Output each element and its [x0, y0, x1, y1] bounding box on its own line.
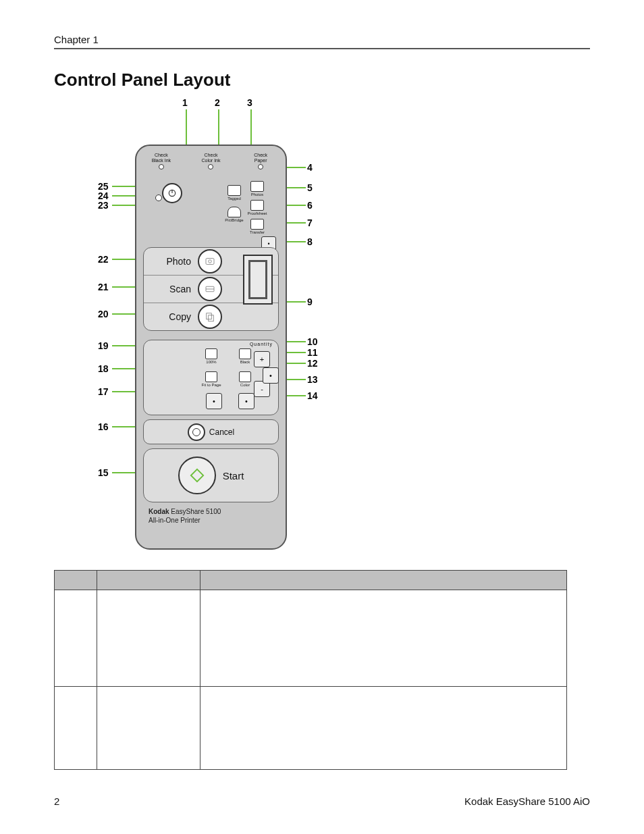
callout-22: 22	[98, 254, 109, 265]
cancel-button[interactable]	[188, 423, 205, 441]
start-row: Start	[143, 448, 279, 502]
size-100-label: 100%	[198, 360, 225, 364]
page-footer: 2 Kodak EasyShare 5100 AiO	[54, 796, 590, 807]
color-ink-led-icon	[208, 164, 213, 170]
quantity-header: Quantity	[250, 342, 273, 346]
proofsheet-label: Proofsheet	[237, 211, 277, 215]
power-icon	[167, 188, 177, 198]
color-toggle-button[interactable]: •	[238, 393, 254, 409]
control-panel-diagram: 1 2 3 4 5 6 7 8 9 10 11 12 13 14 25 24 2…	[47, 97, 317, 563]
table-cell	[97, 687, 200, 770]
brand-name: Kodak	[149, 508, 169, 515]
callout-6: 6	[307, 200, 313, 211]
copy-button[interactable]	[198, 305, 222, 329]
callout-21: 21	[98, 282, 109, 292]
feature-table	[54, 570, 567, 770]
power-button[interactable]	[162, 183, 182, 203]
callout-5: 5	[307, 182, 313, 193]
photo-mode-icon	[204, 255, 216, 267]
transfer-indicator: Transfer	[237, 219, 277, 234]
callout-15: 15	[98, 467, 109, 478]
callout-1: 1	[182, 97, 188, 108]
callout-17: 17	[98, 386, 109, 397]
table-header-row	[55, 571, 567, 590]
start-label: Start	[223, 470, 244, 481]
chapter-header: Chapter 1	[54, 34, 590, 49]
photo-label: Photo	[144, 256, 195, 267]
status-black-ink: Check Black Ink	[148, 153, 175, 170]
copy-mode-icon	[204, 311, 216, 323]
proofsheet-indicator: Proofsheet	[237, 200, 277, 215]
photos-label: Photos	[237, 192, 277, 197]
table-row	[55, 590, 567, 687]
svg-rect-6	[207, 313, 212, 319]
color-page-icon	[239, 371, 251, 382]
status-color-ink-label: Check Color Ink	[197, 153, 224, 163]
transfer-icon	[250, 219, 264, 230]
brand-model: EasyShare 5100	[169, 508, 221, 515]
photos-icon	[250, 181, 264, 192]
quantity-plus-button[interactable]: +	[254, 351, 270, 367]
section-title: Control Panel Layout	[54, 70, 590, 90]
display-window	[243, 255, 273, 305]
scan-button[interactable]	[198, 277, 222, 301]
scan-label: Scan	[144, 284, 195, 294]
callout-8: 8	[307, 236, 313, 247]
page-number: 2	[54, 796, 59, 807]
display-window-inner	[248, 260, 267, 299]
paper-led-icon	[258, 164, 263, 170]
callout-20: 20	[98, 309, 109, 319]
fit-to-page-label: Fit to Page	[195, 383, 227, 387]
black-page-icon	[239, 348, 251, 359]
status-color-ink: Check Color Ink	[197, 153, 224, 170]
callout-18: 18	[98, 363, 109, 374]
printer-control-panel: Check Black Ink Check Color Ink Check Pa…	[135, 145, 287, 550]
page-100-icon	[205, 348, 217, 359]
callout-10: 10	[307, 336, 318, 347]
callout-16: 16	[98, 421, 109, 432]
mode-group: Photo Scan Copy	[143, 247, 279, 331]
transfer-label: Transfer	[237, 230, 277, 234]
table-cell	[55, 590, 97, 687]
table-header-cell	[55, 571, 97, 590]
quantity-select-button[interactable]: •	[263, 367, 279, 384]
start-button[interactable]	[178, 457, 216, 494]
status-paper: Check Paper	[247, 153, 274, 170]
callout-9: 9	[307, 296, 313, 307]
cancel-label: Cancel	[209, 427, 234, 437]
callout-11: 11	[307, 347, 318, 358]
table-cell	[200, 687, 567, 770]
mode-row-copy: Copy	[144, 303, 278, 330]
table-cell	[200, 590, 567, 687]
table-row	[55, 687, 567, 770]
settings-group: Quantity 100% Fit to Page Black Color + …	[143, 340, 279, 415]
callout-2: 2	[215, 97, 220, 108]
table-cell	[55, 687, 97, 770]
proofsheet-icon	[250, 200, 264, 211]
size-toggle-button[interactable]: •	[206, 393, 222, 409]
size-100-indicator: 100%	[198, 348, 225, 364]
fit-page-icon	[205, 371, 217, 382]
svg-rect-2	[206, 259, 214, 265]
photos-indicator: Photos	[237, 181, 277, 197]
photo-button[interactable]	[198, 249, 222, 273]
callout-19: 19	[98, 340, 109, 351]
callout-12: 12	[307, 358, 318, 369]
svg-point-3	[209, 260, 212, 263]
callout-23: 23	[98, 200, 109, 211]
copy-label: Copy	[144, 311, 195, 322]
power-led-icon	[155, 194, 162, 201]
black-ink-led-icon	[159, 164, 164, 170]
status-paper-label: Check Paper	[247, 153, 274, 163]
table-cell	[97, 590, 200, 687]
callout-3: 3	[247, 97, 252, 108]
start-icon	[190, 468, 205, 483]
svg-marker-8	[190, 469, 203, 481]
status-black-ink-label: Check Black Ink	[148, 153, 175, 163]
brand-line: Kodak EasyShare 5100 All-in-One Printer	[149, 507, 273, 525]
status-row: Check Black Ink Check Color Ink Check Pa…	[136, 153, 286, 170]
callout-4: 4	[307, 162, 313, 173]
footer-product: Kodak EasyShare 5100 AiO	[464, 796, 590, 807]
table-header-cell	[200, 571, 567, 590]
callout-14: 14	[307, 390, 318, 401]
